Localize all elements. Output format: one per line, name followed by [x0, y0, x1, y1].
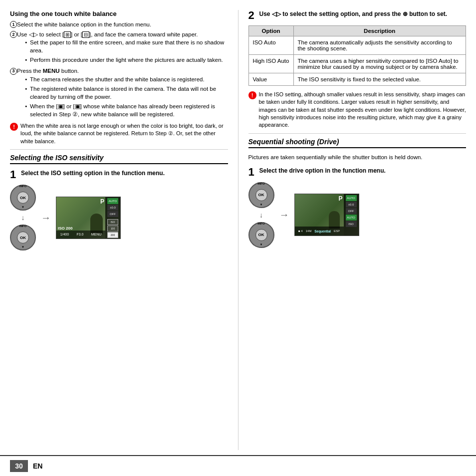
- iso-notice-block: ! In the ISO setting, although smaller v…: [248, 91, 467, 129]
- iso200-icon: 200: [107, 232, 118, 238]
- white-balance-steps: 1 Select the white balance option in the…: [10, 20, 228, 118]
- page-number: 30: [10, 460, 28, 472]
- ok-button-2: OK: [17, 232, 29, 243]
- menu-bold: MENU: [43, 68, 60, 74]
- seq-off-icon: OFF: [346, 208, 357, 214]
- seq-auto-icon: AUTO: [346, 195, 357, 201]
- table-row: ISO Auto The camera automatically adjust…: [248, 36, 466, 54]
- menu-label: MENU: [91, 233, 102, 236]
- step-2-text: Use ◁▷ to select [⊞] or [⊟], and face th…: [17, 31, 198, 37]
- step-3-bullets: The camera releases the shutter and the …: [25, 75, 228, 118]
- option-iso-auto: ISO Auto: [248, 36, 293, 54]
- photo-count: ■ 4: [298, 230, 303, 233]
- esp-label: ESP: [334, 230, 340, 233]
- shutter-speed: 1/400: [60, 233, 69, 236]
- step-2: 2 Use ◁▷ to select [⊞] or [⊟], and face …: [10, 30, 228, 64]
- desc-iso-auto: The camera automatically adjusts the sen…: [293, 36, 466, 54]
- bullet-3-3: When the [▣] or [▣] whose white balance …: [25, 102, 228, 118]
- screen-p-label: P: [100, 198, 104, 205]
- resolution: 14M: [306, 230, 312, 233]
- top-dial: INFO OK ▼: [10, 185, 36, 211]
- screen2-p-label: P: [338, 195, 342, 202]
- seq-iso-icon: ISO: [346, 221, 357, 227]
- screen2-overlay: AUTO ±0.0 OFF AUTO ISO: [344, 194, 359, 236]
- screen-bottom-bar: 1/400 F3.0 MENU: [56, 231, 105, 238]
- seq-down-arrow: ↓: [259, 211, 263, 219]
- iso100-icon: 100: [107, 226, 118, 232]
- iso-options-table: Option Description ISO Auto The camera a…: [248, 25, 467, 86]
- white-balance-title: Using the one touch white balance: [10, 10, 228, 17]
- sequential-section: Sequential shooting (Drive) Pictures are…: [248, 138, 467, 248]
- ok-button: OK: [17, 192, 29, 204]
- iso-step2-block: 2 Use ◁▷ to select the setting option, a…: [248, 10, 467, 21]
- iso-step2-number: 2: [248, 10, 254, 21]
- sequential-title: Sequential shooting (Drive): [248, 138, 467, 148]
- language-label: EN: [33, 462, 42, 470]
- step-1-text: Select the white balance option in the f…: [17, 21, 151, 27]
- person-silhouette-2: [329, 211, 340, 229]
- divider-1: [10, 149, 228, 150]
- white-balance-notice: ! When the white area is not large enoug…: [10, 122, 228, 145]
- divider-2: [248, 133, 467, 134]
- iso-notice-text: In the ISO setting, although smaller val…: [259, 91, 467, 129]
- seq-camera-diagram: INFO OK ▼ ↓ INFO OK ▼ →: [248, 182, 467, 248]
- arrow-right-2: →: [279, 209, 289, 221]
- iso-section: Selecting the ISO sensitivity 1 Select t…: [10, 154, 228, 250]
- left-column: Using the one touch white balance 1 Sele…: [10, 10, 228, 450]
- option-value: Value: [248, 73, 293, 85]
- iso-value-display: ISO 200: [58, 226, 72, 231]
- seq-ok-button-2: OK: [255, 229, 267, 241]
- iso-step-number: 1: [10, 169, 16, 180]
- camera-screen-1: P AUTO ±0.0 OFF ISO 100 200 ISO 200: [56, 197, 121, 239]
- table-col1-header: Option: [248, 25, 293, 36]
- seq-step1-number: 1: [248, 167, 254, 178]
- ev-icon: ±0.0: [107, 205, 118, 211]
- step-2-bullets: Set the paper to fill the entire screen,…: [25, 38, 228, 64]
- table-row: High ISO Auto The camera uses a higher s…: [248, 54, 466, 73]
- iso-title: Selecting the ISO sensitivity: [10, 154, 228, 164]
- step-3: 3 Press the MENU button. The camera rele…: [10, 67, 228, 118]
- dial-group: INFO OK ▼ ↓ INFO OK ▼: [10, 185, 36, 250]
- auto-icon: AUTO: [107, 198, 118, 204]
- sequential-intro: Pictures are taken sequentially while th…: [248, 153, 467, 162]
- iso-step2-text: Use ◁▷ to select the setting option, and…: [259, 10, 467, 18]
- seq-step1-text: Select the drive option in the function …: [259, 167, 467, 175]
- table-col2-header: Description: [293, 25, 466, 36]
- iso-step1: 1 Select the ISO setting option in the f…: [10, 169, 228, 181]
- sequential-label: Sequential: [314, 230, 331, 233]
- arrow-right-1: →: [41, 212, 51, 224]
- notice-icon: !: [10, 123, 18, 131]
- seq-auto2-icon: AUTO: [346, 215, 357, 221]
- bullet-3-2: The registered white balance is stored i…: [25, 85, 228, 101]
- content-area: Using the one touch white balance 1 Sele…: [0, 0, 476, 455]
- page: Using the one touch white balance 1 Sele…: [0, 0, 476, 476]
- notice-text: When the white area is not large enough …: [20, 122, 228, 145]
- aperture: F3.0: [76, 233, 83, 236]
- iso-notice-icon: !: [248, 91, 256, 99]
- bullet-2-2: Perform this procedure under the light w…: [25, 56, 228, 64]
- bottom-bar: 30 EN: [0, 455, 476, 476]
- table-row: Value The ISO sensitivity is fixed to th…: [248, 73, 466, 85]
- step-1: 1 Select the white balance option in the…: [10, 20, 228, 28]
- step-3-text: Press the MENU button.: [17, 68, 79, 74]
- seq-bottom-bar: ■ 4 14M Sequential ESP: [295, 227, 344, 236]
- seq-dial-group: INFO OK ▼ ↓ INFO OK ▼: [248, 182, 274, 248]
- seq-bottom-dial: INFO OK ▼: [248, 222, 274, 248]
- seq-step1-block: 1 Select the drive option in the functio…: [248, 167, 467, 178]
- down-arrow: ↓: [21, 214, 25, 222]
- desc-high-iso: The camera uses a higher sensitivity com…: [293, 54, 466, 73]
- column-divider: [238, 10, 238, 450]
- camera-screen-2: P AUTO ±0.0 OFF AUTO ISO ■ 4 14M S: [294, 194, 359, 236]
- iso-step-text: Select the ISO setting option in the fun…: [21, 169, 228, 178]
- seq-top-dial: INFO OK ▼: [248, 182, 274, 208]
- desc-value: The ISO sensitivity is fixed to the sele…: [293, 73, 466, 85]
- iso-icon: ISO: [107, 219, 118, 225]
- bottom-dial: INFO OK ▼: [10, 225, 36, 250]
- seq-ok-button: OK: [255, 189, 267, 201]
- iso-camera-diagram: INFO OK ▼ ↓ INFO OK ▼: [10, 185, 228, 250]
- right-column: 2 Use ◁▷ to select the setting option, a…: [248, 10, 467, 450]
- bullet-2-1: Set the paper to fill the entire screen,…: [25, 38, 228, 54]
- screen-overlay: AUTO ±0.0 OFF ISO 100 200: [105, 197, 120, 239]
- option-high-iso: High ISO Auto: [248, 54, 293, 73]
- white-balance-section: Using the one touch white balance 1 Sele…: [10, 10, 228, 145]
